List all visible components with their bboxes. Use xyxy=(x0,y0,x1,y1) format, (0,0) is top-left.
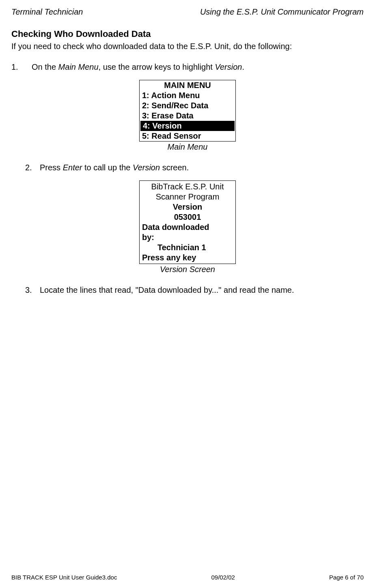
header-right: Using the E.S.P. Unit Communicator Progr… xyxy=(200,7,364,17)
main-menu-caption: Main Menu xyxy=(11,142,364,152)
main-menu-item-3: 3: Erase Data xyxy=(140,111,235,121)
main-menu-item-5: 5: Read Sensor xyxy=(140,131,235,141)
steps-list-2: 3. Locate the lines that read, "Data dow… xyxy=(11,285,364,295)
header-left: Terminal Technician xyxy=(11,7,83,17)
main-menu-title: MAIN MENU xyxy=(140,80,235,90)
page-footer: BIB TRACK ESP Unit User Guide3.doc 09/02… xyxy=(11,574,364,581)
steps-list: 2. Press Enter to call up the Version sc… xyxy=(11,163,364,172)
step-3-number: 3. xyxy=(25,285,40,295)
version-screen-caption: Version Screen xyxy=(11,265,364,274)
version-line-8: Press any key xyxy=(142,253,233,263)
version-line-4: 053001 xyxy=(142,212,233,222)
footer-right: Page 6 of 70 xyxy=(329,574,364,581)
section-heading: Checking Who Downloaded Data xyxy=(11,29,364,39)
main-menu-item-1: 1: Action Menu xyxy=(140,90,235,101)
step-2-number: 2. xyxy=(25,163,40,172)
version-line-5: Data downloaded xyxy=(142,222,233,232)
step-1-number: 1. xyxy=(11,62,32,72)
step-1: 1. On the Main Menu, use the arrow keys … xyxy=(11,62,364,72)
step-3: 3. Locate the lines that read, "Data dow… xyxy=(25,285,364,295)
step-2: 2. Press Enter to call up the Version sc… xyxy=(25,163,364,172)
main-menu-item-4-highlighted: 4: Version xyxy=(140,121,235,131)
main-menu-item-2: 2: Send/Rec Data xyxy=(140,101,235,111)
version-line-7: Technician 1 xyxy=(142,242,233,253)
version-line-6: by: xyxy=(142,232,233,242)
footer-left: BIB TRACK ESP Unit User Guide3.doc xyxy=(11,574,117,581)
version-screen-figure: BibTrack E.S.P. Unit Scanner Program Ver… xyxy=(139,180,236,264)
step-3-text: Locate the lines that read, "Data downlo… xyxy=(40,285,294,295)
footer-center: 09/02/02 xyxy=(211,574,235,581)
version-line-1: BibTrack E.S.P. Unit xyxy=(142,182,233,192)
version-line-2: Scanner Program xyxy=(142,192,233,202)
step-1-text: On the Main Menu, use the arrow keys to … xyxy=(32,62,244,72)
step-2-text: Press Enter to call up the Version scree… xyxy=(40,163,189,172)
version-line-3: Version xyxy=(142,202,233,212)
intro-text: If you need to check who downloaded data… xyxy=(11,42,364,51)
main-menu-figure: MAIN MENU 1: Action Menu 2: Send/Rec Dat… xyxy=(139,80,236,142)
page-header: Terminal Technician Using the E.S.P. Uni… xyxy=(11,7,364,17)
